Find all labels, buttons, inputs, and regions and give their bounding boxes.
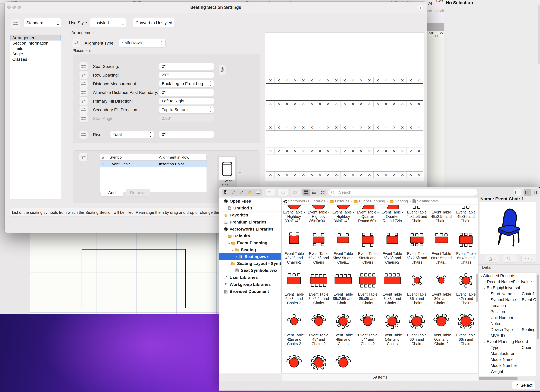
placement-field-distance-measurement[interactable]: Back Leg to Front Leg⌃⌄ — [159, 80, 214, 87]
disclosure-chevron-icon[interactable]: ⌄ — [231, 248, 235, 252]
data-row-model-number[interactable]: Model Number — [479, 363, 536, 368]
panel-layout-grid-icon[interactable] — [531, 189, 539, 196]
resource-item-event-table-42in-and-chairs[interactable]: Event Table 42in and Chairs — [454, 273, 478, 305]
sidebar-item-open-files[interactable]: ⌄Open Files — [219, 198, 281, 205]
sidebar-item-seating-vwx[interactable]: ›Seating.vwx — [219, 253, 281, 260]
sidebar-item-event-planning[interactable]: ⌄Event Planning — [219, 240, 281, 246]
detail-view-icon[interactable] — [318, 189, 327, 196]
resource-item-event-table-quarter-round-60in[interactable]: Event Table - Quarter Round 60in — [355, 205, 380, 223]
resource-item[interactable] — [282, 355, 306, 370]
resource-item-event-table-8ftx3ft-and-chairs-2[interactable]: Event Table 8ftx3ft and Chairs-2 — [380, 273, 405, 305]
resource-item-event-table-5ftx3ft-and-chairs-2[interactable]: Event Table 5ftx3ft and Chairs-2 — [380, 232, 405, 265]
data-hscrollbar-thumb[interactable] — [479, 377, 518, 380]
resource-item-event-table-4ftx3ft-and-chairs[interactable]: Event Table 4ftx3ft and Chairs — [454, 205, 478, 223]
symbol-thumbnail[interactable] — [219, 157, 235, 180]
sidebar-item-seat-symbols-vwx[interactable]: Seat Symbols.vwx — [219, 267, 281, 274]
resource-item-event-table-highboy-36indx42[interactable]: Event Table - Highboy 36inDx42... — [331, 205, 355, 223]
resource-item-event-table-6ftx2-5ft-and-chairs[interactable]: Event Table 6ftx2.5ft and Chairs — [405, 232, 429, 265]
dialog-nav-item-limits[interactable]: Limits — [10, 46, 61, 51]
resource-item[interactable] — [306, 355, 331, 370]
disclosure-chevron-icon[interactable]: ⌄ — [479, 274, 483, 278]
palette-scrollbar[interactable] — [538, 5, 540, 64]
search-input[interactable]: ⌄ Search — [328, 189, 478, 196]
sidebar-item-seating[interactable]: ⌄Seating — [219, 246, 281, 253]
folder-up-button[interactable] — [290, 189, 300, 196]
settings-gear-button[interactable]: ⚙⌄ — [266, 189, 275, 196]
workgroup-icon[interactable] — [230, 189, 238, 196]
data-row-manufacturer[interactable]: Manufacturer — [479, 351, 536, 357]
resource-item-event-table-36in-and-chairs[interactable]: Event Table 36in and Chairs — [405, 273, 429, 305]
data-row-unit-number[interactable]: Unit Number — [479, 315, 536, 321]
data-row-location[interactable]: Location — [479, 303, 536, 309]
add-symbol-button[interactable]: Add — [101, 189, 123, 197]
placement-row-icon-button[interactable] — [79, 79, 88, 88]
use-style-dropdown[interactable]: Unstyled⌃⌄ — [90, 18, 126, 28]
grid-scrollbar[interactable] — [476, 274, 478, 302]
sidebar-item-seating-layout-symbols[interactable]: ⌄Seating Layout - Symbols — [219, 260, 281, 267]
dialog-nav-item-arrangement[interactable]: Arrangement — [10, 35, 61, 40]
thumbnail-stepper[interactable]: ⌃⌄ — [238, 169, 241, 173]
symbols-table-row[interactable]: 1Event Chair 1Insertion Point — [100, 161, 206, 167]
breadcrumb-item-vectorworks-libraries[interactable]: Vectorworks Libraries — [283, 199, 325, 203]
alignment-type-icon-button[interactable] — [72, 39, 81, 47]
resource-item-event-table-4ftx3ft-and-chairs-2[interactable]: Event Table 4ftx3ft and Chairs-2 — [282, 232, 306, 265]
data-row-type[interactable]: TypeChair — [479, 345, 536, 351]
data-row-attached-records[interactable]: ⌄Attached Records: — [479, 273, 536, 279]
dialog-nav-item-section-information[interactable]: Section Information — [10, 40, 61, 46]
dialog-nav-item-angle[interactable]: Angle — [10, 51, 61, 57]
breadcrumb-item-seating[interactable]: Seating — [390, 199, 408, 203]
fit-to-objects-icon[interactable] — [428, 1, 433, 6]
data-row-short-name[interactable]: Short NameChair 1 — [479, 291, 536, 297]
resource-item-event-table-60in-and-chairs-2[interactable]: Event Table 60in and Chairs-2 — [429, 314, 454, 346]
panel-layout-left-icon[interactable] — [524, 189, 531, 196]
placement-row-icon-button[interactable] — [79, 114, 88, 122]
breadcrumb-item-seating-vwx[interactable]: Seating.vwx — [412, 199, 438, 203]
rise-value-field[interactable]: 0" — [159, 131, 214, 138]
favorites-star-icon[interactable] — [246, 189, 254, 196]
link-spacing-button[interactable] — [219, 65, 226, 75]
resource-item-event-table-6ftx3ft-and-chairs-2[interactable]: Event Table 6ftx3ft and Chairs-2 — [282, 273, 306, 305]
style-settings-icon-button[interactable] — [11, 19, 20, 28]
resource-item-event-table-5ftx2-5ft-and-chairs[interactable]: Event Table 5ftx2.5ft and Chairs — [306, 232, 331, 265]
disclosure-chevron-icon[interactable]: ⌄ — [224, 234, 227, 238]
data-row-event-planning-record[interactable]: ⌄Event Planning Record — [479, 339, 536, 345]
resource-item-event-table-48in-and-chairs[interactable]: Event Table 48in and Chairs — [331, 314, 355, 346]
placement-field-allowable-distance-past-boundary[interactable]: 0" — [159, 89, 214, 96]
data-row-model-name[interactable]: Model Name — [479, 357, 536, 363]
render-mode-house-button[interactable]: ⌄ — [485, 255, 499, 263]
rise-icon-button[interactable] — [79, 130, 88, 139]
seating-boundary-rectangle[interactable] — [82, 249, 186, 308]
sidebar-item-untitled-1[interactable]: Untitled 1 — [219, 205, 281, 211]
resource-item-event-table-66in-and-chairs[interactable]: Event Table 66in and Chairs — [454, 314, 478, 346]
placement-field-secondary-fill-direction[interactable]: Top to Bottom⌃⌄ — [159, 106, 214, 113]
style-mode-dropdown[interactable]: Standard⌃⌄ — [24, 18, 61, 28]
data-row-symbol-name[interactable]: Symbol NameEvent C — [479, 297, 536, 303]
placement-field-row-spacing[interactable]: 2'0" — [159, 71, 214, 79]
placement-row-icon-button[interactable] — [79, 71, 88, 79]
resource-item-event-table-quarter-round-72in[interactable]: Event Table - Quarter Round 72in — [380, 205, 405, 223]
resource-item-event-table-42in-and-chairs-2[interactable]: Event Table 42in and Chairs-2 — [282, 314, 306, 346]
resource-item-event-table-5ftx3ft-and-chairs[interactable]: Event Table 5ftx3ft and Chairs — [355, 232, 380, 265]
sidebar-item-premium-libraries[interactable]: Premium Libraries — [219, 219, 281, 225]
render-mode-material-button[interactable]: ⌄ — [503, 255, 517, 263]
data-row-notes[interactable]: Notes — [479, 321, 536, 327]
placement-row-icon-button[interactable] — [79, 97, 88, 105]
sidebar-item-workgroup-libraries[interactable]: Workgroup Libraries — [219, 281, 281, 288]
disclosure-chevron-icon[interactable]: ⌄ — [227, 262, 231, 265]
resource-item-event-table-8ftx2-5ft-and-chairs[interactable]: Event Table 8ftx2.5ft and Chairs — [306, 273, 331, 305]
sidebar-item-vectorworks-libraries[interactable]: ⌄Vectorworks Libraries — [219, 226, 281, 233]
disclosure-chevron-icon[interactable]: ⌄ — [483, 340, 487, 343]
resource-item-event-table-5ftx2-5ft-and-chair[interactable]: Event Table 5ftx2.5ft and Chair... — [331, 232, 355, 265]
dialog-titlebar[interactable]: Seating Section Settings ? — [5, 2, 427, 13]
alignment-type-dropdown[interactable]: Shift Rows⌃⌄ — [119, 39, 165, 47]
resource-item-event-table-36in-and-chairs-2[interactable]: Event Table 36in and Chairs-2 — [429, 273, 454, 305]
cloud-libraries-icon[interactable] — [254, 189, 262, 196]
render-mode-shaded-button[interactable]: ⌄ — [521, 255, 536, 263]
preview-pane-toggle-button[interactable] — [514, 189, 521, 196]
disclosure-chevron-icon[interactable]: ⌄ — [227, 241, 231, 245]
drawing-canvas-sliver[interactable] — [427, 37, 444, 187]
placement-row-icon-button[interactable] — [79, 62, 88, 71]
symbols-icon-button[interactable] — [79, 153, 88, 161]
data-row-rental-company[interactable]: Rental Company — [479, 374, 536, 376]
resource-item-event-table-highboy-36indx30[interactable]: Event Table - Highboy 36inDx30... — [306, 205, 331, 223]
